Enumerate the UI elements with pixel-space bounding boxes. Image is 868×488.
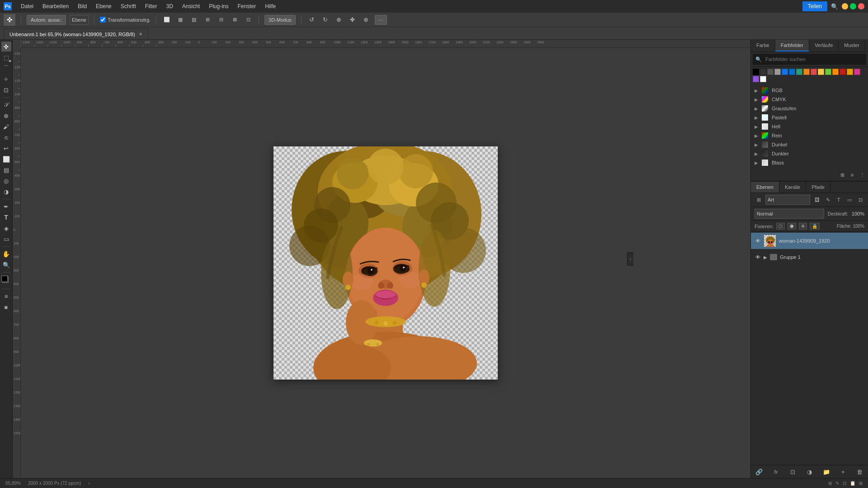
ebene-select[interactable]: Ebene bbox=[70, 15, 89, 25]
menu-datei[interactable]: Datei bbox=[17, 2, 37, 10]
align-center-v-btn[interactable]: ⊟ bbox=[216, 15, 226, 25]
zoom-tool[interactable]: 🔍 bbox=[1, 260, 11, 270]
color-search-input[interactable] bbox=[753, 54, 866, 65]
tab-verlaeufe[interactable]: Verläufe bbox=[809, 40, 839, 52]
canvas-viewport[interactable] bbox=[21, 48, 750, 478]
screen-mode-btn[interactable]: ▣ bbox=[1, 302, 11, 312]
close-button[interactable] bbox=[858, 3, 864, 9]
align-bottom-btn[interactable]: ⊠ bbox=[230, 15, 240, 25]
quick-mask-btn[interactable]: ⊞ bbox=[1, 291, 11, 301]
status-icon-5[interactable]: ⊞ bbox=[859, 481, 863, 486]
filter-adjust-btn[interactable]: ✎ bbox=[824, 196, 832, 204]
minimize-button[interactable] bbox=[842, 3, 848, 9]
text-tool[interactable]: T bbox=[1, 212, 11, 222]
menu-bild[interactable]: Bild bbox=[74, 2, 90, 10]
menu-3d[interactable]: 3D bbox=[162, 2, 176, 10]
group-expand-arrow[interactable]: ▶ bbox=[764, 255, 767, 260]
crop-tool[interactable]: ⊡ bbox=[1, 85, 11, 95]
status-arrow[interactable]: › bbox=[88, 481, 90, 486]
align-center-h-btn[interactable]: ▦ bbox=[175, 15, 185, 25]
swatch-orange[interactable] bbox=[803, 69, 810, 75]
search-icon[interactable]: 🔍 bbox=[831, 3, 838, 10]
transformation-checkbox-label[interactable]: Transformationstrg. bbox=[100, 17, 151, 23]
menu-fenster[interactable]: Fenster bbox=[234, 2, 260, 10]
path-tool[interactable]: ◈ bbox=[1, 223, 11, 233]
history-tool[interactable]: ↩ bbox=[1, 143, 11, 153]
move-tool-btn[interactable]: ✜ bbox=[4, 14, 15, 26]
doc-tab[interactable]: Unbenannt-1 bei 65,9% (woman-1439909_192… bbox=[4, 28, 148, 39]
swatch-purple[interactable] bbox=[753, 76, 759, 82]
color-group-dunkler[interactable]: ▶ Dunkler bbox=[755, 149, 864, 158]
swatch-orange2[interactable] bbox=[832, 69, 839, 75]
align-right-btn[interactable]: ▧ bbox=[189, 15, 199, 25]
menu-ansicht[interactable]: Ansicht bbox=[179, 2, 203, 10]
color-group-rgb[interactable]: ▶ RGB bbox=[755, 86, 864, 95]
layer-mask-btn[interactable]: ⊡ bbox=[788, 467, 797, 476]
menu-filter[interactable]: Filter bbox=[142, 2, 161, 10]
align-extra-btn[interactable]: ⊡ bbox=[243, 15, 253, 25]
extra3-btn[interactable]: ⊗ bbox=[361, 15, 371, 25]
3d-mode-btn[interactable]: 3D-Modus bbox=[264, 15, 296, 25]
extra1-btn[interactable]: ⊕ bbox=[334, 15, 344, 25]
tab-farbfelder[interactable]: Farbfelder bbox=[775, 40, 809, 52]
quickselect-tool[interactable]: ⟡ bbox=[1, 74, 11, 84]
fg-bg-colors[interactable] bbox=[1, 276, 11, 286]
color-group-rein[interactable]: ▶ Rein bbox=[755, 131, 864, 140]
blend-mode-select[interactable]: Normal bbox=[755, 209, 824, 219]
layer-delete-btn[interactable]: 🗑 bbox=[855, 467, 864, 476]
tab-close-btn[interactable]: ✕ bbox=[139, 32, 142, 37]
blur-tool[interactable]: ◎ bbox=[1, 176, 11, 186]
menu-bearbeiten[interactable]: Bearbeiten bbox=[39, 2, 72, 10]
filter-toggle-btn[interactable]: ⊞ bbox=[755, 196, 763, 204]
move-tool[interactable]: ✜ bbox=[1, 42, 11, 52]
swatch-teal[interactable] bbox=[796, 69, 802, 75]
more-btn[interactable]: ··· bbox=[375, 15, 387, 25]
layer-vis-woman[interactable]: 👁 bbox=[755, 238, 761, 244]
rotate2-btn[interactable]: ↻ bbox=[321, 15, 330, 25]
filter-shape-btn[interactable]: ▭ bbox=[845, 196, 854, 204]
stamp-tool[interactable]: ⎋ bbox=[1, 132, 11, 142]
eyedropper-tool[interactable]: 𝒮 bbox=[1, 100, 11, 110]
shape-tool[interactable]: ▭ bbox=[1, 234, 11, 244]
filter-smart-btn[interactable]: ⊡ bbox=[856, 196, 864, 204]
fixieren-all-btn[interactable]: 🔒 bbox=[810, 223, 820, 230]
filter-icon-btn[interactable]: 🖼 bbox=[813, 196, 821, 204]
swatch-darkred[interactable] bbox=[840, 69, 846, 75]
menu-plugins[interactable]: Plug-ins bbox=[205, 2, 232, 10]
marquee-tool[interactable]: ⬚ bbox=[1, 52, 11, 62]
lasso-tool[interactable]: ⌒ bbox=[1, 63, 11, 73]
hand-tool[interactable]: ✋ bbox=[1, 249, 11, 259]
transformation-checkbox[interactable] bbox=[100, 17, 106, 23]
rotate-btn[interactable]: ↺ bbox=[307, 15, 317, 25]
layer-item-group[interactable]: 👁 ▶ Gruppe 1 bbox=[751, 249, 868, 265]
swatch-yellow[interactable] bbox=[818, 69, 824, 75]
options-btn[interactable]: ⋮ bbox=[858, 171, 866, 179]
fixieren-transparent-btn[interactable]: ⬡ bbox=[776, 223, 785, 230]
swatch-black[interactable] bbox=[753, 69, 759, 75]
filter-text-btn[interactable]: T bbox=[835, 196, 843, 204]
pen-tool[interactable]: ✒ bbox=[1, 202, 11, 211]
color-group-hell[interactable]: ▶ Hell bbox=[755, 122, 864, 131]
swatch-blue1[interactable] bbox=[782, 69, 788, 75]
swatch-blue2[interactable] bbox=[789, 69, 795, 75]
layer-adjustment-btn[interactable]: ◑ bbox=[805, 467, 814, 476]
tab-ebenen[interactable]: Ebenen bbox=[751, 182, 779, 192]
gradient-tool[interactable]: ▤ bbox=[1, 165, 11, 175]
layer-link-btn[interactable]: 🔗 bbox=[755, 467, 764, 476]
swatch-green[interactable] bbox=[825, 69, 831, 75]
status-icon-2[interactable]: ✎ bbox=[835, 481, 839, 486]
layer-filter-select[interactable]: Art bbox=[765, 195, 810, 205]
dodge-tool[interactable]: ◑ bbox=[1, 187, 11, 197]
layer-group-btn[interactable]: 📁 bbox=[822, 467, 831, 476]
heal-tool[interactable]: ⊕ bbox=[1, 111, 11, 121]
menu-schrift[interactable]: Schrift bbox=[117, 2, 140, 10]
extra2-btn[interactable]: ✤ bbox=[348, 15, 358, 25]
fixieren-pixel-btn[interactable]: ⬢ bbox=[788, 223, 796, 230]
swatch-dark1[interactable] bbox=[760, 69, 766, 75]
status-icon-4[interactable]: 📋 bbox=[850, 481, 855, 486]
layer-fx-btn[interactable]: fx bbox=[771, 467, 780, 476]
layer-item-woman[interactable]: 👁 woman-1439909_1920 bbox=[751, 233, 868, 249]
swatch-white[interactable] bbox=[760, 76, 766, 82]
teilen-button[interactable]: Teilen bbox=[802, 1, 827, 11]
color-group-blass[interactable]: ▶ Blass bbox=[755, 158, 864, 167]
